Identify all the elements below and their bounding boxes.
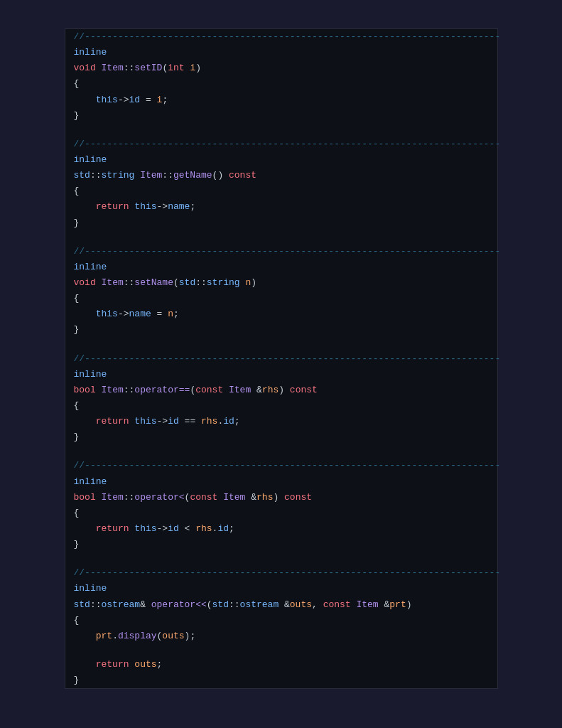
inline-6: inline — [65, 581, 497, 596]
close-brace-1: } — [65, 108, 497, 124]
inline-5: inline — [65, 474, 497, 490]
close-brace-4: } — [65, 429, 497, 445]
code-editor: //--------------------------------------… — [65, 28, 498, 689]
separator-4: //--------------------------------------… — [65, 351, 497, 367]
sig-oplt: bool Item::operator<(const Item &rhs) co… — [65, 490, 497, 505]
close-brace-6: } — [65, 673, 497, 688]
separator-2: //--------------------------------------… — [65, 136, 497, 152]
body-opstream-2: return outs; — [65, 657, 497, 673]
open-brace-1: { — [65, 76, 497, 92]
code-block: //--------------------------------------… — [65, 29, 497, 688]
separator-1: //--------------------------------------… — [65, 29, 497, 45]
open-brace-2: { — [65, 183, 497, 199]
sig-opstream: std::ostream& operator<<(std::ostream &o… — [65, 597, 497, 613]
spacer-6b — [65, 644, 497, 657]
inline-2: inline — [65, 152, 497, 168]
body-opstream-1: prt.display(outs); — [65, 628, 497, 644]
separator-6: //--------------------------------------… — [65, 565, 497, 581]
body-setname: this->name = n; — [65, 306, 497, 322]
open-brace-4: { — [65, 398, 497, 414]
separator-5: //--------------------------------------… — [65, 458, 497, 473]
spacer-5 — [65, 552, 497, 565]
inline-3: inline — [65, 259, 497, 275]
spacer-1 — [65, 124, 497, 136]
open-brace-6: { — [65, 613, 497, 628]
open-brace-5: { — [65, 505, 497, 521]
inline-1: inline — [65, 45, 497, 60]
spacer-2 — [65, 231, 497, 244]
close-brace-2: } — [65, 215, 497, 231]
sig-setid: void Item::setID(int i) — [65, 60, 497, 76]
close-brace-5: } — [65, 537, 497, 552]
spacer-3 — [65, 338, 497, 351]
body-setid: this->id = i; — [65, 92, 497, 108]
sig-opeq: bool Item::operator==(const Item &rhs) c… — [65, 382, 497, 398]
spacer-4 — [65, 445, 497, 458]
open-brace-3: { — [65, 291, 497, 306]
body-oplt: return this->id < rhs.id; — [65, 521, 497, 537]
separator-3: //--------------------------------------… — [65, 244, 497, 259]
body-opeq: return this->id == rhs.id; — [65, 414, 497, 429]
sig-setname: void Item::setName(std::string n) — [65, 275, 497, 291]
inline-4: inline — [65, 367, 497, 382]
body-getname: return this->name; — [65, 199, 497, 215]
close-brace-3: } — [65, 322, 497, 338]
sig-getname: std::string Item::getName() const — [65, 168, 497, 183]
